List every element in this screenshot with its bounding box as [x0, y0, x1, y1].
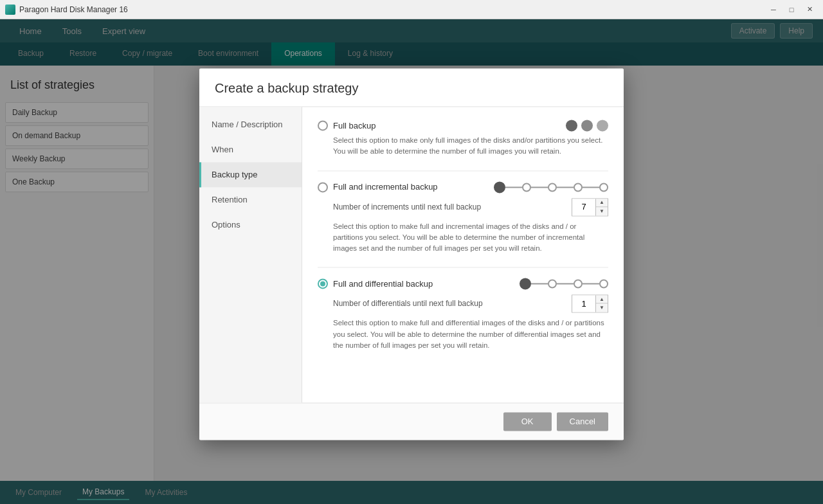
diff-dot-3	[599, 280, 608, 289]
title-bar: Paragon Hard Disk Manager 16 ─ □ ✕	[0, 0, 823, 19]
incremental-backup-option: Full and incremental backup	[318, 181, 608, 255]
dialog-title: Create a backup strategy	[215, 81, 358, 95]
differentials-value[interactable]	[572, 296, 595, 312]
differentials-control: Number of differentials until next full …	[333, 295, 608, 313]
increments-label: Number of increments until next full bac…	[333, 203, 569, 212]
differential-backup-header: Full and differential backup	[318, 278, 608, 290]
incremental-backup-header: Full and incremental backup	[318, 181, 608, 193]
dialog-footer: OK Cancel	[199, 402, 624, 440]
dialog-content: Full backup Select this option to make o…	[302, 107, 624, 402]
increments-down-arrow[interactable]: ▼	[596, 207, 608, 215]
incremental-backup-label: Full and incremental backup	[333, 182, 438, 192]
full-backup-radio[interactable]	[318, 120, 328, 130]
inc-dot-2	[548, 183, 557, 192]
app-background: Home Tools Expert view Activate Help Bac…	[0, 19, 823, 504]
diff-dot-1	[548, 280, 557, 289]
differential-backup-left: Full and differential backup	[318, 279, 433, 289]
nav-when[interactable]: When	[199, 137, 302, 162]
app-icon	[5, 4, 15, 15]
increments-input-control: ▲ ▼	[572, 198, 608, 216]
inc-line-3	[557, 186, 574, 188]
differentials-input-control: ▲ ▼	[572, 295, 608, 313]
differential-timeline	[520, 278, 608, 290]
divider-1	[318, 170, 608, 171]
differentials-up-arrow[interactable]: ▲	[596, 296, 608, 304]
differentials-arrows: ▲ ▼	[595, 296, 608, 312]
dialog-nav: Name / Description When Backup type Rete…	[199, 107, 302, 402]
title-bar-text: Paragon Hard Disk Manager 16	[19, 5, 765, 14]
differential-backup-radio[interactable]	[318, 279, 328, 289]
incremental-timeline	[494, 181, 608, 193]
full-backup-label: Full backup	[333, 121, 375, 130]
cancel-button[interactable]: Cancel	[557, 412, 608, 431]
dialog-header: Create a backup strategy	[199, 68, 624, 107]
divider-2	[318, 267, 608, 268]
full-backup-left: Full backup	[318, 120, 375, 130]
incremental-backup-left: Full and incremental backup	[318, 182, 438, 192]
timeline-dot-3	[597, 120, 608, 131]
differential-backup-label: Full and differential backup	[333, 279, 433, 289]
maximize-button[interactable]: □	[783, 3, 800, 16]
nav-backup-type[interactable]: Backup type	[199, 162, 302, 187]
incremental-backup-desc: Select this option to make full and incr…	[318, 221, 608, 255]
ok-button[interactable]: OK	[503, 412, 552, 431]
full-backup-header: Full backup	[318, 120, 608, 131]
minimize-button[interactable]: ─	[765, 3, 782, 16]
inc-dot-4	[599, 183, 608, 192]
increments-arrows: ▲ ▼	[595, 199, 608, 215]
create-strategy-dialog: Create a backup strategy Name / Descript…	[199, 68, 624, 440]
differential-backup-desc: Select this option to make full and diff…	[318, 318, 608, 352]
nav-name-description[interactable]: Name / Description	[199, 112, 302, 137]
dialog-body: Name / Description When Backup type Rete…	[199, 107, 624, 402]
full-backup-desc: Select this option to make only full ima…	[318, 135, 608, 158]
diff-dot-2	[574, 280, 583, 289]
differentials-down-arrow[interactable]: ▼	[596, 304, 608, 312]
inc-line-1	[505, 186, 522, 188]
inc-dot-1	[522, 183, 531, 192]
timeline-dot-2	[581, 120, 593, 131]
increments-control: Number of increments until next full bac…	[333, 198, 608, 216]
close-button[interactable]: ✕	[801, 3, 818, 16]
title-bar-buttons: ─ □ ✕	[765, 3, 818, 16]
inc-line-4	[583, 186, 599, 188]
diff-dot-full	[520, 278, 531, 290]
differential-backup-option: Full and differential backup	[318, 278, 608, 352]
increments-value[interactable]	[572, 199, 595, 215]
inc-dot-full	[494, 181, 505, 193]
incremental-backup-radio[interactable]	[318, 182, 328, 192]
nav-retention[interactable]: Retention	[199, 187, 302, 212]
nav-options[interactable]: Options	[199, 212, 302, 237]
full-backup-option: Full backup Select this option to make o…	[318, 120, 608, 158]
increments-up-arrow[interactable]: ▲	[596, 199, 608, 207]
inc-dot-3	[574, 183, 583, 192]
timeline-dot-1	[566, 120, 577, 131]
differentials-label: Number of differentials until next full …	[333, 300, 569, 309]
inc-line-2	[531, 186, 548, 188]
full-backup-timeline	[566, 120, 608, 131]
